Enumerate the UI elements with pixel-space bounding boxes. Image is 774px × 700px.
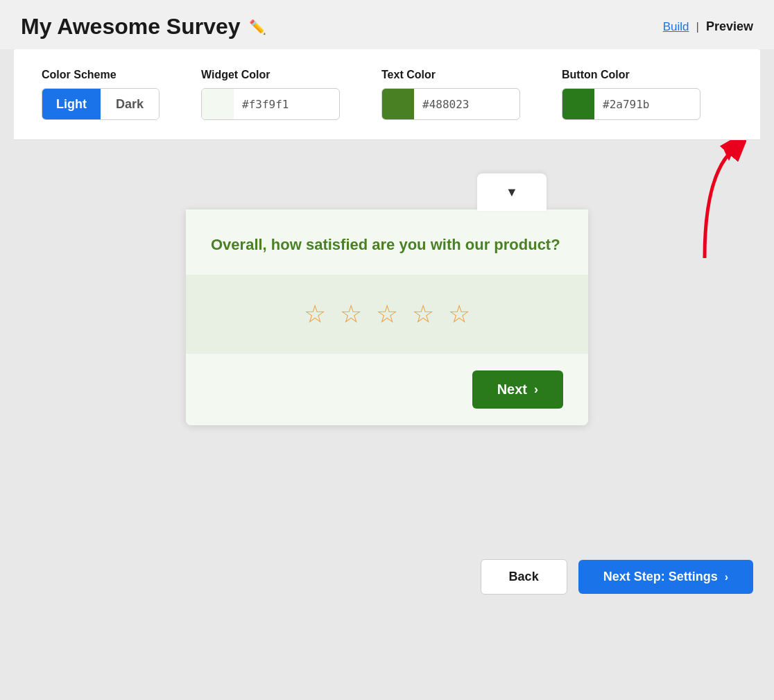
star-5-icon[interactable]: ☆ — [448, 300, 470, 329]
button-color-swatch — [562, 88, 594, 120]
nav-divider: | — [696, 20, 699, 34]
star-3-icon[interactable]: ☆ — [376, 300, 398, 329]
back-button[interactable]: Back — [481, 559, 567, 595]
star-1-icon[interactable]: ☆ — [304, 300, 326, 329]
annotation-arrow — [691, 140, 746, 265]
color-scheme-panel: Color Scheme Light Dark Widget Color Tex… — [14, 49, 760, 140]
text-color-swatch — [382, 88, 414, 120]
title-area: My Awesome Survey ✏️ — [21, 14, 266, 40]
next-button[interactable]: Next › — [472, 370, 563, 409]
light-dark-toggle[interactable]: Light Dark — [42, 88, 160, 120]
widget-color-input[interactable] — [201, 88, 340, 120]
page-title: My Awesome Survey — [21, 14, 241, 40]
star-4-icon[interactable]: ☆ — [412, 300, 434, 329]
button-color-input[interactable] — [562, 88, 700, 120]
button-color-group: Button Color — [562, 69, 700, 120]
next-step-button[interactable]: Next Step: Settings › — [578, 560, 753, 594]
next-step-arrow-icon: › — [725, 571, 728, 583]
text-color-label: Text Color — [381, 69, 520, 81]
svg-marker-1 — [722, 146, 736, 161]
light-option[interactable]: Light — [42, 89, 101, 119]
main-container: Color Scheme Light Dark Widget Color Tex… — [14, 49, 760, 543]
nav-preview-label: Preview — [706, 19, 753, 34]
widget-color-swatch — [202, 88, 234, 120]
page-header: My Awesome Survey ✏️ Build | Preview — [0, 0, 774, 49]
color-scheme-group: Color Scheme Light Dark — [42, 69, 160, 120]
text-color-hex-input[interactable] — [414, 98, 520, 111]
widget-tab[interactable]: ▼ — [477, 173, 547, 211]
color-scheme-label: Color Scheme — [42, 69, 160, 81]
survey-rating-section: ☆ ☆ ☆ ☆ ☆ — [186, 275, 588, 354]
text-color-input[interactable] — [381, 88, 520, 120]
survey-question-section: Overall, how satisfied are you with our … — [186, 210, 588, 275]
bottom-bar: Back Next Step: Settings › — [0, 543, 774, 611]
survey-preview-panel: ▼ Overall, how satisfied are you with ou… — [14, 140, 760, 543]
survey-widget: ▼ Overall, how satisfied are you with ou… — [186, 210, 588, 425]
widget-tab-arrow-icon: ▼ — [506, 185, 518, 200]
widget-color-group: Widget Color — [201, 69, 340, 120]
header-nav: Build | Preview — [663, 19, 753, 34]
text-color-group: Text Color — [381, 69, 520, 120]
widget-color-label: Widget Color — [201, 69, 340, 81]
edit-icon[interactable]: ✏️ — [249, 19, 266, 35]
button-color-hex-input[interactable] — [594, 98, 700, 111]
star-2-icon[interactable]: ☆ — [340, 300, 362, 329]
survey-card: Overall, how satisfied are you with our … — [186, 210, 588, 425]
next-button-arrow-icon: › — [534, 382, 538, 397]
survey-action-section: Next › — [186, 354, 588, 425]
widget-color-hex-input[interactable] — [234, 98, 340, 111]
survey-question-text: Overall, how satisfied are you with our … — [211, 234, 563, 255]
button-color-label: Button Color — [562, 69, 700, 81]
dark-option[interactable]: Dark — [101, 89, 159, 119]
nav-build-link[interactable]: Build — [663, 20, 689, 34]
